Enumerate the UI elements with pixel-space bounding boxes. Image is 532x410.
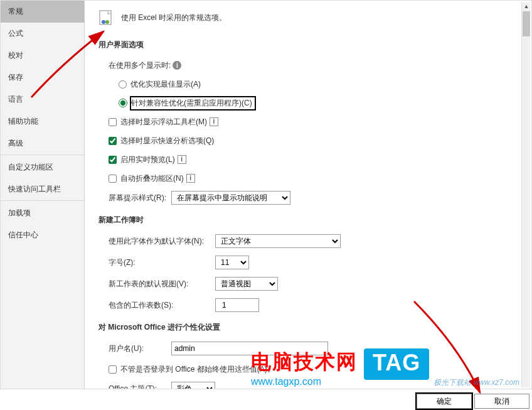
svg-rect-0 [100, 11, 111, 24]
screentip-style-select[interactable]: 在屏幕提示中显示功能说明 [171, 191, 290, 205]
section-title-personalize: 对 Microsoft Office 进行个性化设置 [98, 322, 518, 333]
header-intro: 使用 Excel 时采用的常规选项。 [121, 13, 226, 23]
sidebar: 常规 公式 校对 保存 语言 辅助功能 高级 自定义功能区 快速访问工具栏 加载… [1, 1, 85, 389]
svg-point-1 [102, 20, 105, 24]
radio-optimize-best-label: 优化实现最佳显示(A) [130, 79, 201, 90]
sidebar-item-advanced[interactable]: 高级 [1, 132, 84, 155]
info-icon[interactable]: i [210, 117, 218, 126]
dialog-button-bar: 确定 取消 [417, 394, 529, 409]
checkbox-collapse-ribbon-label: 自动折叠功能区(N) [120, 173, 184, 184]
scrollbar-vertical[interactable]: ▲ [521, 2, 530, 387]
checkbox-quick-analysis[interactable] [109, 137, 117, 145]
username-label: 用户名(U): [109, 343, 171, 354]
radio-optimize-compat[interactable] [119, 99, 127, 107]
sidebar-item-save[interactable]: 保存 [1, 67, 84, 89]
checkbox-collapse-ribbon[interactable] [109, 175, 117, 183]
scrollbar-thumb[interactable] [523, 11, 530, 36]
default-view-select[interactable]: 普通视图 [215, 277, 278, 291]
checkbox-always-use-label: 不管是否登录到 Office 都始终使用这些值(A)。 [120, 364, 275, 375]
main-panel: 使用 Excel 时采用的常规选项。 用户界面选项 在使用多个显示时: i 优化… [85, 1, 531, 389]
sheet-count-label: 包含的工作表数(S): [109, 300, 215, 311]
screentip-style-label: 屏幕提示样式(R): [109, 193, 171, 203]
sidebar-item-accessibility[interactable]: 辅助功能 [1, 111, 84, 132]
excel-options-icon [98, 9, 115, 26]
svg-point-2 [105, 20, 109, 24]
cancel-button[interactable]: 取消 [474, 394, 529, 409]
checkbox-float-toolbar-label: 选择时显示浮动工具栏(M) [120, 117, 207, 127]
default-font-select[interactable]: 正文字体 [215, 234, 341, 248]
info-icon[interactable]: i [178, 155, 186, 164]
section-title-new-workbook: 新建工作簿时 [98, 215, 518, 225]
info-icon[interactable]: i [186, 174, 195, 183]
info-icon[interactable]: i [173, 61, 181, 70]
checkbox-always-use[interactable] [109, 365, 117, 374]
default-font-label: 使用此字体作为默认字体(N): [109, 236, 215, 247]
username-input[interactable] [171, 342, 328, 355]
sidebar-item-trust-center[interactable]: 信任中心 [1, 224, 84, 246]
default-view-label: 新工作表的默认视图(V): [109, 279, 215, 289]
checkbox-float-toolbar[interactable] [109, 118, 117, 126]
scrollbar-up-arrow-icon[interactable]: ▲ [522, 2, 531, 11]
sidebar-item-language[interactable]: 语言 [1, 89, 84, 111]
sidebar-item-customize-ribbon[interactable]: 自定义功能区 [1, 156, 84, 178]
font-size-label: 字号(Z): [109, 257, 215, 268]
office-theme-select[interactable]: 彩色 [171, 382, 215, 389]
sidebar-item-proofing[interactable]: 校对 [1, 45, 84, 67]
multi-monitor-label: 在使用多个显示时: [109, 60, 171, 71]
ok-button[interactable]: 确定 [417, 394, 472, 409]
font-size-select[interactable]: 11 [215, 256, 249, 269]
office-theme-label: Office 主题(T): [109, 384, 171, 389]
radio-optimize-compat-label: 针对兼容性优化(需重启应用程序)(C) [131, 99, 252, 107]
sheet-count-input[interactable] [215, 298, 259, 312]
checkbox-live-preview-label: 启用实时预览(L) [120, 154, 175, 165]
sidebar-item-quick-access[interactable]: 快速访问工具栏 [1, 178, 84, 201]
section-title-ui-options: 用户界面选项 [98, 40, 518, 50]
radio-optimize-best[interactable] [119, 80, 127, 89]
sidebar-item-formulas[interactable]: 公式 [1, 23, 84, 45]
sidebar-item-general[interactable]: 常规 [1, 1, 84, 23]
checkbox-quick-analysis-label: 选择时显示快速分析选项(Q) [120, 136, 214, 146]
checkbox-live-preview[interactable] [109, 156, 117, 164]
sidebar-item-addins[interactable]: 加载项 [1, 202, 84, 224]
